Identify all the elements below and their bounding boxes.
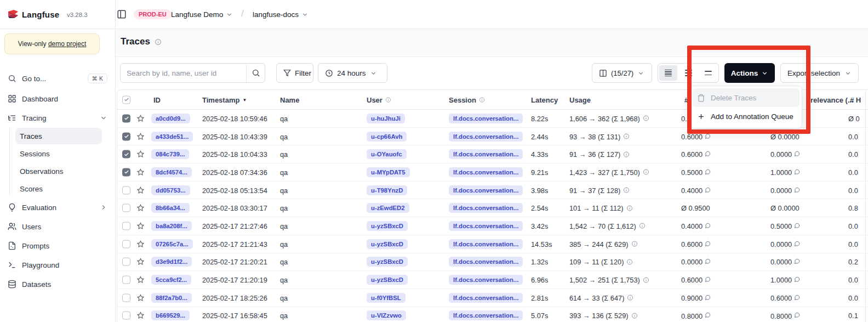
star-icon[interactable] <box>136 276 145 284</box>
star-icon[interactable] <box>136 240 145 248</box>
table-row[interactable]: 8dcf4574... 2025-02-18 07:34:36 qa u-MYp… <box>117 163 868 182</box>
table-row[interactable]: 5cca9cf2... 2025-02-17 21:20:19 qa u-yzS… <box>117 271 868 289</box>
row-checkbox[interactable] <box>122 222 130 230</box>
comment-icon[interactable] <box>794 276 800 283</box>
user-badge[interactable]: u-VIZzvwo <box>367 310 406 320</box>
row-checkbox[interactable] <box>122 168 130 176</box>
column-header-last[interactable]: # H <box>850 95 861 104</box>
column-header-name[interactable]: Name <box>280 95 299 104</box>
comment-icon[interactable] <box>705 312 711 318</box>
star-icon[interactable] <box>136 186 145 194</box>
row-checkbox[interactable] <box>122 150 130 159</box>
star-icon[interactable] <box>136 293 145 302</box>
star-icon[interactable] <box>136 132 145 140</box>
comment-icon[interactable] <box>705 151 711 157</box>
actions-button[interactable]: Actions <box>724 63 775 83</box>
table-row[interactable]: a433de51... 2025-02-18 10:43:39 qa u-cp6… <box>117 128 868 146</box>
row-checkbox[interactable] <box>122 276 130 284</box>
comment-icon[interactable] <box>705 187 711 193</box>
sidebar-item-playground[interactable]: Playground <box>3 256 112 274</box>
user-badge[interactable]: u-OYauofc <box>367 149 407 159</box>
row-height-large-button[interactable] <box>699 65 717 81</box>
info-icon[interactable] <box>639 223 646 229</box>
user-badge[interactable]: u-cp66Avh <box>367 132 407 142</box>
comment-icon[interactable] <box>794 187 800 193</box>
search-input[interactable] <box>127 67 242 78</box>
time-range-button[interactable]: 24 hours <box>318 63 387 83</box>
session-badge[interactable]: lf.docs.conversation... <box>449 239 523 249</box>
sidebar-item-users[interactable]: Users <box>3 218 112 235</box>
star-icon[interactable] <box>136 222 145 230</box>
table-row[interactable]: d3e9d1f2... 2025-02-17 21:20:21 qa u-yzS… <box>117 253 868 272</box>
info-icon[interactable] <box>626 205 633 211</box>
select-all-checkbox[interactable] <box>122 95 130 104</box>
session-badge[interactable]: lf.docs.conversation... <box>449 221 523 231</box>
trace-id-badge[interactable]: 5cca9cf2... <box>151 275 191 285</box>
sidebar-item-tracing[interactable]: Tracing <box>3 109 112 127</box>
sidebar-item-goto[interactable]: Go to... ⌘ K <box>3 70 112 87</box>
comment-icon[interactable] <box>794 241 800 247</box>
sidebar-item-dashboard[interactable]: Dashboard <box>3 90 112 108</box>
sidebar-item-datasets[interactable]: Datasets <box>3 275 112 293</box>
sidebar-item-scores[interactable]: Scores <box>15 180 102 197</box>
comment-icon[interactable] <box>794 223 800 229</box>
sidebar-item-observations[interactable]: Observations <box>15 163 102 179</box>
search-icon[interactable] <box>252 69 260 77</box>
session-badge[interactable]: lf.docs.conversation... <box>449 167 523 177</box>
column-header-session[interactable]: Session <box>449 95 485 104</box>
row-checkbox[interactable] <box>122 186 130 194</box>
comment-icon[interactable] <box>705 258 711 264</box>
row-height-medium-button[interactable] <box>679 65 698 81</box>
project-breadcrumb[interactable]: langfuse-docs <box>253 10 309 19</box>
sidebar-item-prompts[interactable]: Prompts <box>3 237 112 255</box>
trace-id-badge[interactable]: 084c739... <box>151 149 189 159</box>
info-icon[interactable] <box>623 151 630 157</box>
filter-button[interactable]: Filter <box>276 63 313 83</box>
row-checkbox[interactable] <box>122 204 130 212</box>
row-height-small-button[interactable] <box>659 65 677 81</box>
trace-id-badge[interactable]: a0cd0d9... <box>151 114 190 123</box>
column-header-latency[interactable]: Latency <box>531 95 558 104</box>
user-badge[interactable]: u-yzSBxcD <box>367 257 408 267</box>
trace-id-badge[interactable]: b669529... <box>151 310 190 320</box>
star-icon[interactable] <box>136 150 145 159</box>
trace-id-badge[interactable]: 88f2a7b0... <box>151 293 192 303</box>
demo-project-link[interactable]: demo project <box>48 40 86 48</box>
session-badge[interactable]: lf.docs.conversation... <box>449 293 523 303</box>
row-checkbox[interactable] <box>122 293 130 302</box>
sidebar-toggle-icon[interactable] <box>117 9 127 19</box>
comment-icon[interactable] <box>794 312 800 318</box>
comment-icon[interactable] <box>794 258 800 264</box>
trace-id-badge[interactable]: d3e9d1f2... <box>151 257 192 267</box>
table-row[interactable]: 07265c7a... 2025-02-17 21:21:43 qa u-yzS… <box>117 235 868 253</box>
session-badge[interactable]: lf.docs.conversation... <box>449 132 523 142</box>
trace-id-badge[interactable]: a433de51... <box>151 132 193 142</box>
row-checkbox[interactable] <box>122 132 130 140</box>
row-checkbox[interactable] <box>122 312 130 320</box>
export-selection-button[interactable]: Export selection <box>780 63 859 83</box>
session-badge[interactable]: lf.docs.conversation... <box>449 257 523 267</box>
session-badge[interactable]: lf.docs.conversation... <box>449 203 523 213</box>
star-icon[interactable] <box>136 258 145 266</box>
row-checkbox[interactable] <box>122 258 130 266</box>
row-checkbox[interactable] <box>122 240 130 248</box>
column-header-relevance[interactable]: relevance (... <box>810 95 854 104</box>
user-badge[interactable]: u-zEwdED2 <box>367 203 409 213</box>
user-badge[interactable]: u-yzSBxcD <box>367 221 408 231</box>
session-badge[interactable]: lf.docs.conversation... <box>449 149 523 159</box>
trace-id-badge[interactable]: 07265c7a... <box>151 239 193 249</box>
menu-item-add-to-annotation-queue[interactable]: Add to Annotation Queue <box>692 107 800 126</box>
session-badge[interactable]: lf.docs.conversation... <box>449 275 523 285</box>
star-icon[interactable] <box>136 168 145 176</box>
user-badge[interactable]: u-T98YnzD <box>367 185 407 195</box>
info-icon[interactable] <box>631 312 638 319</box>
info-icon[interactable] <box>627 295 633 301</box>
sidebar-item-traces[interactable]: Traces <box>15 128 102 144</box>
comment-icon[interactable] <box>705 223 711 229</box>
info-icon[interactable] <box>643 276 649 283</box>
column-header-timestamp[interactable]: Timestamp▼ <box>202 95 247 104</box>
column-header-id[interactable]: ID <box>153 95 161 104</box>
column-header-hidden[interactable]: # <box>684 95 688 104</box>
info-icon[interactable] <box>643 115 649 122</box>
comment-icon[interactable] <box>705 133 711 139</box>
